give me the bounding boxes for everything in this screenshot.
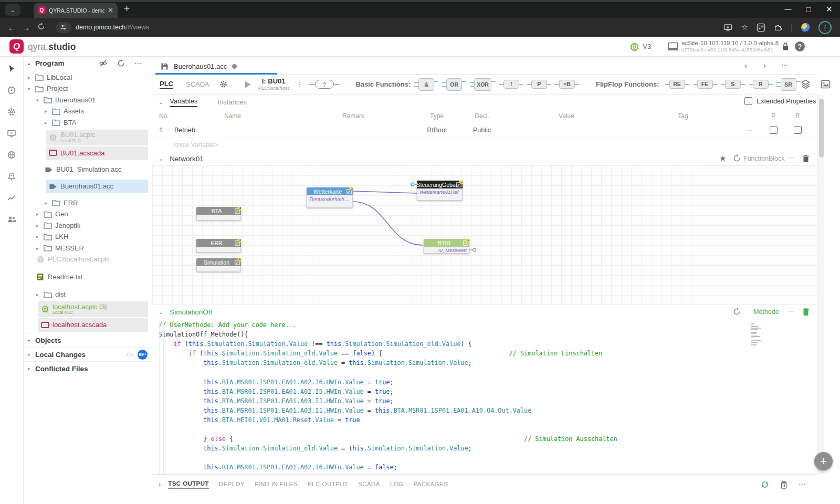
- section-collapse-icon[interactable]: ▸: [28, 352, 35, 357]
- variable-name[interactable]: Betrieb: [173, 127, 292, 134]
- sync-icon[interactable]: [761, 480, 769, 489]
- basic-function-button-xor[interactable]: XOR: [470, 78, 496, 91]
- tree-expand-icon[interactable]: ▾: [28, 86, 35, 91]
- code-minimap[interactable]: [751, 323, 762, 346]
- chevron-down-icon[interactable]: ⌄: [159, 155, 163, 162]
- tabs-more-icon[interactable]: ⋯: [781, 61, 789, 69]
- network-canvas[interactable]: SteuerungGebäu1Wetterkarte01RefWetterkar…: [152, 165, 817, 304]
- tree-collapse-icon[interactable]: ▸: [28, 75, 35, 80]
- contact-symbol-button[interactable]: ?: [309, 80, 340, 89]
- bottom-tab-deploy[interactable]: DEPLOY: [219, 481, 245, 488]
- layers-icon[interactable]: [801, 79, 811, 89]
- record-target-icon[interactable]: [7, 86, 16, 95]
- basic-function-button-[interactable]: &: [414, 78, 438, 91]
- tree-item-buerohaus01[interactable]: ▾Buerohaus01: [24, 94, 152, 106]
- pointer-tool-icon[interactable]: [7, 64, 16, 74]
- tree-item-localhost-acplc[interactable]: localhost.acplc [3]Local PLC: [38, 301, 148, 317]
- sidebar-section-local-changes[interactable]: ▸Local Changes⋯99+: [24, 347, 152, 361]
- tree-collapse-icon[interactable]: ▸: [36, 292, 44, 297]
- favorite-star-icon[interactable]: ★: [719, 154, 726, 163]
- browser-art-icon[interactable]: [757, 23, 765, 32]
- extensions-icon[interactable]: [774, 23, 782, 32]
- extended-properties-checkbox[interactable]: [744, 97, 752, 105]
- globe-icon[interactable]: [7, 150, 16, 160]
- tree-collapse-icon[interactable]: ▸: [45, 109, 52, 114]
- bottom-tab-scada[interactable]: SCADA: [358, 481, 380, 488]
- browser-menu-button[interactable]: ⋮: [818, 21, 832, 34]
- network-block-err[interactable]: ERR4: [196, 239, 241, 253]
- tree-item-bu01-acplc[interactable]: BU01.acplcLocal PLC: [46, 130, 148, 145]
- network-block-bt01[interactable]: BT015AI_Messwert: [424, 239, 469, 254]
- more-options-icon[interactable]: ⋯: [134, 59, 142, 67]
- variable-more-icon[interactable]: ⋯: [738, 126, 761, 134]
- users-icon[interactable]: [7, 215, 17, 224]
- tree-collapse-icon[interactable]: ▸: [45, 201, 52, 206]
- tree-item-messer[interactable]: ▸MESSER: [24, 243, 152, 254]
- forward-button[interactable]: →: [19, 23, 34, 32]
- back-button[interactable]: ←: [4, 23, 19, 32]
- instance-selector[interactable]: I: BU01 PLC:localhost: [258, 78, 289, 91]
- flipflop-function-button-fe[interactable]: FE: [693, 80, 717, 89]
- bottom-tab-plc-output[interactable]: PLC-OUTPUT: [308, 481, 348, 488]
- tree-collapse-icon[interactable]: ▸: [36, 234, 44, 239]
- extended-properties-toggle[interactable]: Extended Properties: [744, 97, 816, 105]
- bottom-tab-packages[interactable]: PACKAGES: [413, 481, 448, 488]
- tree-item-geo[interactable]: ▸Geo: [24, 209, 152, 220]
- tab-instances[interactable]: Instances: [217, 98, 247, 106]
- tree-item-bu01-simulation-acc[interactable]: BU01_Simulation.acc: [24, 164, 152, 176]
- tree-item-liblocal[interactable]: ▸LibLocal: [24, 72, 152, 83]
- section-more-icon[interactable]: ⋯: [127, 350, 135, 359]
- window-close-button[interactable]: ✕: [826, 4, 833, 14]
- address-bar[interactable]: demo.jomco.tech/#/views: [76, 24, 149, 31]
- new-tab-button[interactable]: +: [124, 3, 130, 15]
- variable-p-checkbox[interactable]: [770, 126, 778, 134]
- section-collapse-icon[interactable]: ▸: [28, 338, 35, 343]
- settings-gear-icon[interactable]: [7, 107, 16, 117]
- basic-function-button-[interactable]: !: [499, 80, 523, 89]
- tabs-next-icon[interactable]: ›: [763, 61, 766, 70]
- vertical-scrollbar[interactable]: [817, 95, 824, 474]
- terminal-display-icon[interactable]: [7, 129, 16, 138]
- section-collapse-icon[interactable]: ▸: [28, 366, 35, 371]
- document-tab[interactable]: Buerohaus01.acc: [155, 58, 242, 75]
- save-icon[interactable]: [161, 62, 169, 70]
- tab-scada[interactable]: SCADA: [186, 80, 209, 88]
- bottom-tab-log[interactable]: LOG: [390, 481, 404, 488]
- method-refresh-icon[interactable]: [733, 308, 741, 316]
- tree-item-bu01-acscada[interactable]: BU01.acscada: [46, 146, 148, 160]
- tree-expand-icon[interactable]: ▾: [36, 98, 44, 103]
- tree-item-buerohaus01-acc[interactable]: Buerohaus01.acc: [46, 180, 148, 193]
- output-trash-icon[interactable]: [780, 480, 788, 489]
- basic-function-button-or[interactable]: OR: [442, 78, 466, 91]
- tree-item-localhost-acscada[interactable]: localhost.acscada: [38, 318, 148, 332]
- bookmark-star-icon[interactable]: ☆: [741, 23, 748, 32]
- profile-avatar[interactable]: [801, 23, 810, 32]
- tree-item-dist[interactable]: ▸dist: [24, 289, 152, 301]
- tree-collapse-icon[interactable]: ▸: [36, 212, 44, 217]
- tree-item-assets[interactable]: ▸Assets: [24, 106, 152, 118]
- trends-chart-icon[interactable]: [7, 193, 16, 203]
- code-editor[interactable]: // UserMethode: Add your code here...Sim…: [152, 320, 817, 474]
- hide-eye-off-icon[interactable]: [99, 59, 108, 68]
- method-more-icon[interactable]: ⋯: [788, 307, 795, 315]
- tab-variables[interactable]: Variables: [170, 97, 197, 107]
- tab-close-icon[interactable]: ✕: [108, 7, 113, 14]
- browser-tab[interactable]: Q QYRA.STUDIO - demo.jomco.te ✕: [34, 3, 118, 18]
- tab-search-button[interactable]: ⌄: [5, 4, 20, 16]
- instance-kebab-icon[interactable]: ⋮: [296, 80, 303, 88]
- network-block-simulation[interactable]: Simulation6: [196, 258, 241, 272]
- tree-item-plc2localhost-acplc[interactable]: PLC2localhost.acplc: [24, 254, 152, 266]
- tree-item-err[interactable]: ▸ERR: [24, 197, 152, 209]
- output-more-icon[interactable]: ⋯: [799, 480, 806, 488]
- new-variable-row[interactable]: <new Variable>: [173, 138, 218, 152]
- variable-decl[interactable]: Public: [459, 127, 505, 134]
- flipflop-function-button-r[interactable]: R: [749, 80, 773, 89]
- network-block-bta[interactable]: BTA3: [196, 207, 241, 220]
- play-icon[interactable]: [244, 80, 252, 89]
- tree-item-lkh[interactable]: ▸LKH: [24, 232, 152, 243]
- tree-collapse-icon[interactable]: ▸: [36, 246, 44, 251]
- network-refresh-icon[interactable]: [733, 154, 741, 162]
- tab-plc[interactable]: PLC: [160, 80, 173, 89]
- basic-function-button-b[interactable]: =B: [555, 80, 579, 89]
- expand-panel-icon[interactable]: ›: [159, 480, 161, 488]
